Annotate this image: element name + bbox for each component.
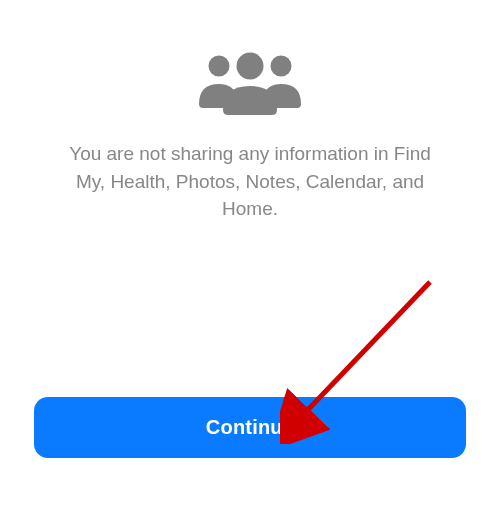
continue-button[interactable]: Continue [34,397,466,458]
sharing-status-message: You are not sharing any information in F… [60,140,440,223]
svg-point-1 [271,56,292,77]
sharing-info-screen: You are not sharing any information in F… [0,0,500,514]
people-group-icon [195,48,305,116]
svg-point-2 [237,53,264,80]
svg-point-0 [209,56,230,77]
